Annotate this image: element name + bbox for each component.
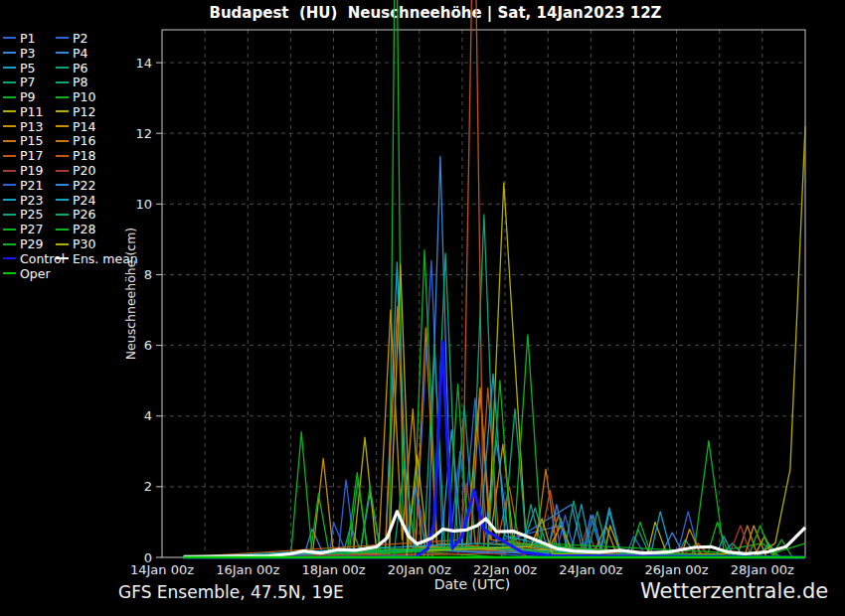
legend-item: P11: [3, 104, 56, 119]
legend-item: P3: [3, 46, 56, 61]
series-line-p4: [184, 441, 805, 557]
series-line-p14: [184, 387, 805, 557]
legend-item: P29: [3, 236, 56, 251]
series-line-p6: [184, 215, 805, 557]
legend-color-swatch: [3, 81, 16, 83]
legend-color-swatch: [3, 272, 16, 274]
series-line-p19: [184, 505, 805, 557]
legend-color-swatch: [3, 184, 16, 186]
series-line-p21: [184, 451, 805, 557]
legend-label: P7: [20, 75, 36, 89]
legend-label: P8: [73, 75, 88, 89]
legend-item: P21: [3, 178, 56, 193]
legend-item: P23: [3, 193, 56, 208]
series-line-p23: [184, 430, 805, 557]
legend-label: P14: [73, 119, 95, 134]
legend-color-swatch: [3, 199, 16, 201]
legend-item: P6: [56, 61, 138, 76]
legend-item: P16: [56, 134, 138, 149]
legend-label: P26: [73, 207, 95, 222]
legend-label: P10: [73, 89, 95, 104]
legend-color-swatch: [3, 214, 16, 216]
legend-color-swatch: [56, 125, 69, 127]
legend-color-swatch: [3, 229, 16, 231]
series-line-p13: [184, 310, 805, 557]
legend-color-swatch: [56, 81, 69, 83]
legend-color-swatch: [56, 243, 69, 245]
series-line-p1: [184, 260, 805, 557]
y-tick-label: 14: [135, 56, 152, 71]
y-tick-label: 6: [144, 338, 152, 353]
legend-item: P9: [3, 89, 56, 104]
legend-label: Oper: [20, 266, 51, 281]
legend-color-swatch: [3, 257, 16, 259]
ensemble-chart-page: Budapest (HU) Neuschneehöhe | Sat, 14Jan…: [0, 0, 845, 616]
y-tick-label: 4: [144, 408, 152, 423]
legend-color-swatch: [3, 67, 16, 69]
x-tick-label: 18Jan 00z: [301, 562, 365, 577]
series-line-p11: [184, 264, 805, 557]
legend-color-swatch: [56, 229, 69, 231]
legend-item: P10: [56, 89, 138, 104]
legend-label: P22: [73, 178, 95, 193]
series-line-p10: [184, 250, 805, 557]
legend-item: P13: [3, 119, 56, 134]
series-line-p22: [184, 483, 805, 557]
x-tick-label: 14Jan 00z: [130, 562, 194, 577]
y-tick-label: 10: [135, 197, 152, 212]
series-legend: P1 P2 P3 P4 P5 P6 P7 P8 P9 P10 P11: [3, 31, 138, 281]
y-tick-label: 12: [135, 126, 152, 141]
legend-label: P21: [20, 178, 43, 193]
x-tick-label: 16Jan 00z: [216, 562, 279, 577]
legend-item: P4: [56, 46, 138, 61]
legend-label: P9: [20, 89, 36, 104]
series-line-ens-mean: [184, 512, 805, 557]
legend-color-swatch: [56, 170, 69, 172]
legend-label: P11: [20, 104, 43, 119]
legend-label: P12: [73, 104, 95, 119]
legend-item: P24: [56, 193, 138, 208]
series-line-p9: [184, 0, 805, 557]
legend-color-swatch: [56, 67, 69, 69]
legend-item: Ens. mean: [56, 251, 138, 266]
legend-label: P15: [20, 133, 43, 148]
series-line-p15: [184, 307, 805, 558]
legend-label: P29: [20, 236, 43, 251]
series-line-p17: [184, 0, 805, 557]
series-line-p29: [184, 385, 805, 557]
legend-item: P15: [3, 134, 56, 149]
legend-color-swatch: [3, 155, 16, 157]
legend-color-swatch: [3, 96, 16, 98]
legend-item: P18: [56, 148, 138, 163]
x-tick-label: 24Jan 00z: [559, 562, 622, 577]
legend-item: P25: [3, 208, 56, 223]
series-line-p24: [184, 374, 805, 557]
legend-label: P13: [20, 119, 43, 134]
x-tick-label: 22Jan 00z: [473, 562, 537, 577]
legend-color-swatch: [3, 140, 16, 142]
legend-item: P20: [56, 163, 138, 178]
x-tick-label: 26Jan 00z: [645, 562, 709, 577]
legend-item: P26: [56, 208, 138, 223]
series-line-p18: [184, 387, 805, 557]
y-tick-label: 0: [144, 550, 152, 565]
legend-label: P6: [73, 61, 88, 76]
legend-color-swatch: [3, 110, 16, 112]
legend-label: P27: [20, 222, 43, 236]
legend-color-swatch: [3, 125, 16, 127]
legend-item: P17: [3, 148, 56, 163]
series-line-p20: [184, 483, 805, 557]
series-line-p8: [184, 253, 805, 557]
x-tick-label: 20Jan 00z: [388, 562, 451, 577]
series-line-p5: [184, 262, 805, 557]
legend-color-swatch: [56, 96, 69, 98]
chart-title: Budapest (HU) Neuschneehöhe | Sat, 14Jan…: [0, 4, 845, 22]
legend-label: P2: [73, 31, 88, 46]
legend-label: P3: [20, 46, 36, 61]
legend-label: P19: [20, 163, 43, 178]
legend-label: P4: [73, 46, 88, 61]
legend-item: P12: [56, 104, 138, 119]
legend-item: P7: [3, 75, 56, 89]
legend-item: P19: [3, 163, 56, 178]
legend-label: P24: [73, 193, 95, 208]
